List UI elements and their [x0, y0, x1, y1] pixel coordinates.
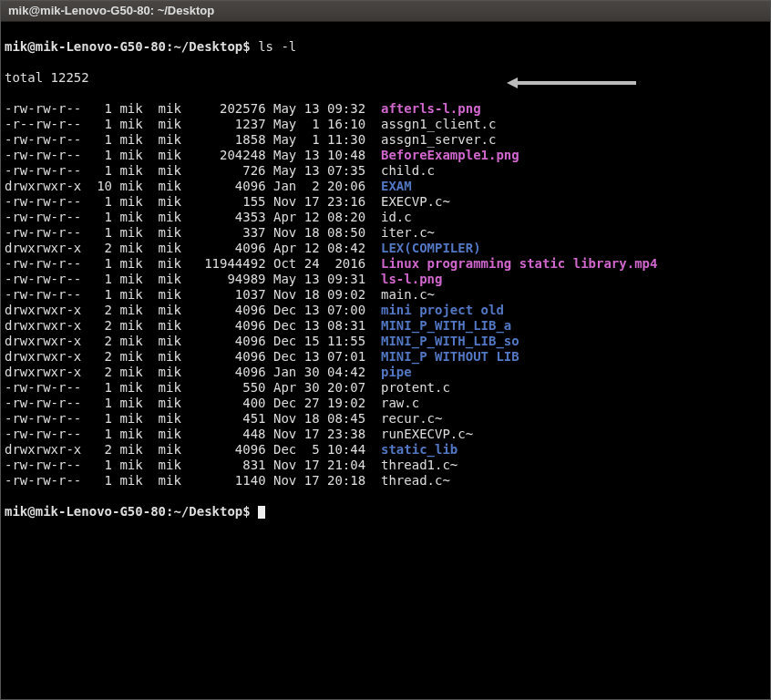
file-perms: -rw-rw-r-- — [5, 473, 81, 489]
file-date: Nov 17 23:38 — [273, 427, 374, 442]
file-row: -rw-rw-r-- 1 mik mik 1858 May 1 11:30 as… — [5, 132, 766, 148]
file-perms: -rw-rw-r-- — [5, 272, 81, 287]
file-group: mik — [159, 458, 190, 473]
file-group: mik — [159, 225, 190, 241]
file-size: 155 — [197, 194, 266, 210]
file-size: 550 — [197, 380, 266, 396]
file-row: -rw-rw-r-- 1 mik mik 726 May 13 07:35 ch… — [5, 163, 766, 179]
file-size: 1140 — [197, 473, 266, 489]
file-date: May 13 09:32 — [273, 101, 374, 117]
terminal-body[interactable]: mik@mik-Lenovo-G50-80:~/Desktop$ ls -l t… — [1, 22, 770, 700]
file-group: mik — [159, 117, 190, 132]
file-links: 1 — [89, 411, 112, 427]
file-perms: -rw-rw-r-- — [5, 163, 81, 179]
file-perms: drwxrwxr-x — [5, 179, 81, 194]
file-links: 1 — [89, 101, 112, 117]
file-name: protent.c — [381, 380, 450, 396]
file-group: mik — [159, 163, 190, 179]
file-owner: mik — [119, 256, 150, 272]
file-name: iter.c~ — [381, 225, 435, 241]
window-title: mik@mik-Lenovo-G50-80: ~/Desktop — [8, 4, 214, 17]
file-perms: drwxrwxr-x — [5, 241, 81, 256]
file-links: 1 — [89, 194, 112, 210]
file-row: -rw-rw-r-- 1 mik mik 4353 Apr 12 08:20 i… — [5, 210, 766, 225]
file-group: mik — [159, 427, 190, 442]
file-row: -rw-rw-r-- 1 mik mik 1140 Nov 17 20:18 t… — [5, 473, 766, 489]
file-size: 1858 — [197, 132, 266, 148]
file-name: main.c~ — [381, 287, 435, 303]
file-owner: mik — [119, 458, 150, 473]
file-links: 1 — [89, 287, 112, 303]
file-name: recur.c~ — [381, 411, 442, 427]
cursor-icon — [258, 506, 265, 519]
file-owner: mik — [119, 272, 150, 287]
file-group: mik — [159, 132, 190, 148]
file-owner: mik — [119, 117, 150, 132]
file-date: Nov 18 09:02 — [273, 287, 374, 303]
file-group: mik — [159, 318, 190, 334]
file-date: Apr 12 08:20 — [273, 210, 374, 225]
file-row: -r--rw-r-- 1 mik mik 1237 May 1 16:10 as… — [5, 117, 766, 132]
file-date: May 13 09:31 — [273, 272, 374, 287]
total-line: total 12252 — [5, 70, 766, 86]
file-perms: drwxrwxr-x — [5, 303, 81, 318]
file-row: -rw-rw-r-- 1 mik mik 204248 May 13 10:48… — [5, 148, 766, 163]
file-owner: mik — [119, 163, 150, 179]
file-perms: drwxrwxr-x — [5, 349, 81, 365]
file-date: May 13 10:48 — [273, 148, 374, 163]
file-group: mik — [159, 334, 190, 349]
file-row: -rw-rw-r-- 1 mik mik 94989 May 13 09:31 … — [5, 272, 766, 287]
file-group: mik — [159, 194, 190, 210]
window-titlebar[interactable]: mik@mik-Lenovo-G50-80: ~/Desktop — [1, 1, 770, 22]
file-row: drwxrwxr-x 2 mik mik 4096 Dec 15 11:55 M… — [5, 334, 766, 349]
file-name: thread.c~ — [381, 473, 450, 489]
file-links: 1 — [89, 272, 112, 287]
file-links: 2 — [89, 365, 112, 380]
file-name: ls-l.png — [381, 272, 442, 287]
file-perms: -rw-rw-r-- — [5, 132, 81, 148]
file-date: Nov 17 21:04 — [273, 458, 374, 473]
file-row: drwxrwxr-x 2 mik mik 4096 Dec 5 10:44 st… — [5, 442, 766, 458]
file-owner: mik — [119, 411, 150, 427]
file-links: 2 — [89, 318, 112, 334]
file-group: mik — [159, 179, 190, 194]
file-links: 1 — [89, 458, 112, 473]
prompt-line-1: mik@mik-Lenovo-G50-80:~/Desktop$ ls -l — [5, 39, 766, 55]
file-date: Oct 24 2016 — [273, 256, 374, 272]
file-group: mik — [159, 241, 190, 256]
file-perms: -rw-rw-r-- — [5, 380, 81, 396]
file-date: Dec 13 07:00 — [273, 303, 374, 318]
file-size: 4096 — [197, 442, 266, 458]
file-owner: mik — [119, 427, 150, 442]
file-date: Dec 13 07:01 — [273, 349, 374, 365]
file-date: May 1 11:30 — [273, 132, 374, 148]
file-perms: -rw-rw-r-- — [5, 396, 81, 411]
file-owner: mik — [119, 210, 150, 225]
file-name: Linux programming static library.mp4 — [381, 256, 657, 272]
file-size: 448 — [197, 427, 266, 442]
file-name: afterls-l.png — [381, 101, 481, 117]
file-name: runEXECVP.c~ — [381, 427, 473, 442]
file-perms: -r--rw-r-- — [5, 117, 81, 132]
file-perms: -rw-rw-r-- — [5, 411, 81, 427]
file-perms: -rw-rw-r-- — [5, 427, 81, 442]
file-name: assgn1_server.c — [381, 132, 496, 148]
file-size: 337 — [197, 225, 266, 241]
file-date: May 13 07:35 — [273, 163, 374, 179]
file-links: 1 — [89, 427, 112, 442]
file-group: mik — [159, 411, 190, 427]
file-perms: drwxrwxr-x — [5, 318, 81, 334]
file-links: 10 — [89, 179, 112, 194]
shell-prompt: mik@mik-Lenovo-G50-80:~/Desktop$ — [5, 504, 258, 519]
file-perms: -rw-rw-r-- — [5, 148, 81, 163]
file-perms: -rw-rw-r-- — [5, 101, 81, 117]
file-owner: mik — [119, 380, 150, 396]
file-group: mik — [159, 442, 190, 458]
file-size: 1237 — [197, 117, 266, 132]
file-links: 1 — [89, 256, 112, 272]
file-date: Dec 27 19:02 — [273, 396, 374, 411]
file-links: 2 — [89, 334, 112, 349]
file-links: 1 — [89, 163, 112, 179]
file-owner: mik — [119, 148, 150, 163]
file-name: static_lib — [381, 442, 457, 458]
